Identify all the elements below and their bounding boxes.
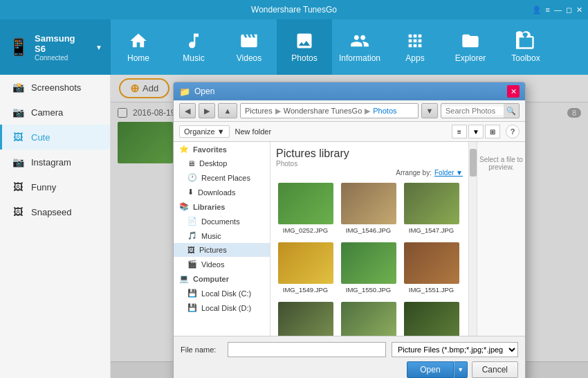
filetype-select[interactable]: Picture Files (*.bmp;*.jpg;*.jpeg: [392, 342, 518, 357]
nav-item-explorer[interactable]: Explorer: [443, 19, 498, 75]
sidebar-music[interactable]: 🎵 Music: [174, 228, 270, 243]
nav-item-photos[interactable]: Photos: [277, 19, 332, 75]
sidebar-local-c[interactable]: 💾 Local Disk (C:): [174, 286, 270, 300]
funny-icon: 🖼: [12, 181, 24, 193]
dialog-scrollbar[interactable]: [468, 142, 477, 336]
dialog-main: Pictures library Photos Arrange by: Fold…: [270, 142, 468, 336]
sidebar-favorites: ⭐ Favorites: [174, 142, 270, 156]
file-item-5[interactable]: IMG_1550.JPG: [339, 240, 398, 296]
window-controls[interactable]: 👤 ≡ — ◻ ✕: [532, 6, 582, 15]
restore-btn[interactable]: ◻: [566, 6, 572, 15]
filename-row: File name: Picture Files (*.bmp;*.jpg;*.…: [181, 342, 518, 357]
nav-item-videos[interactable]: Videos: [221, 19, 277, 75]
nav-item-home[interactable]: Home: [111, 19, 166, 75]
dialog-bottom: File name: Picture Files (*.bmp;*.jpg;*.…: [174, 336, 525, 378]
computer-icon: 💻: [179, 274, 189, 283]
sidebar-item-camera[interactable]: 📷 Camera: [0, 100, 110, 125]
file-name-6: IMG_1551.JPG: [409, 286, 454, 294]
path-segment-3: Photos: [373, 107, 396, 115]
nav-item-music[interactable]: Music: [166, 19, 221, 75]
sidebar-libraries: 📚 Libraries: [174, 199, 270, 214]
search-button[interactable]: 🔍: [504, 103, 519, 118]
sidebar-pictures[interactable]: 🖼 Pictures: [174, 243, 270, 257]
sidebar-local-d[interactable]: 💾 Local Disk (D:): [174, 300, 270, 315]
dialog-close-button[interactable]: ✕: [507, 85, 520, 98]
file-name-5: IMG_1550.JPG: [346, 286, 391, 294]
new-folder-button[interactable]: New folder: [235, 127, 272, 136]
file-item-9[interactable]: IMG_1554.JPG: [402, 300, 461, 336]
sidebar-computer: 💻 Computer: [174, 271, 270, 286]
sidebar-label-snapseed: Snapseed: [31, 207, 72, 217]
arrange-label: Arrange by:: [396, 169, 432, 177]
file-item-6[interactable]: IMG_1551.JPG: [402, 240, 461, 296]
sidebar-item-instagram[interactable]: 📷 Instagram: [0, 150, 110, 174]
scrollbar-thumb[interactable]: [470, 149, 477, 177]
sidebar-item-funny[interactable]: 🖼 Funny: [0, 174, 110, 199]
nav-label-home: Home: [127, 53, 149, 63]
sidebar-desktop[interactable]: 🖥 Desktop: [174, 156, 270, 170]
view-list-button[interactable]: ≡: [452, 125, 467, 138]
organize-arrow: ▼: [217, 127, 225, 136]
sidebar-item-cute[interactable]: 🖼 Cute: [0, 125, 110, 150]
dialog-sidebar: ⭐ Favorites 🖥 Desktop 🕐 Recent Places: [174, 142, 270, 336]
favorites-icon: ⭐: [179, 145, 189, 154]
sidebar-item-screenshots[interactable]: 📸 Screenshots: [0, 75, 110, 100]
path-dropdown[interactable]: ▼: [421, 103, 438, 118]
file-name-3: IMG_1547.JPG: [409, 226, 454, 234]
sidebar-recent-places[interactable]: 🕐 Recent Places: [174, 170, 270, 185]
file-item-3[interactable]: IMG_1547.JPG: [402, 181, 461, 236]
sidebar-videos[interactable]: 🎬 Videos: [174, 257, 270, 271]
path-bar: Pictures ▶ Wondershare TunesGo ▶ Photos: [240, 103, 419, 118]
forward-button[interactable]: ▶: [199, 103, 215, 118]
file-item-2[interactable]: IMG_1546.JPG: [339, 181, 398, 236]
nav-item-apps[interactable]: Apps: [387, 19, 443, 75]
libraries-icon: 📚: [179, 202, 189, 211]
arrange-value[interactable]: Folder ▼: [434, 169, 463, 177]
file-grid: IMG_0252.JPG IMG_1546.JPG IMG_1547.JPG: [276, 181, 463, 336]
cute-icon: 🖼: [12, 131, 24, 143]
search-input[interactable]: [441, 107, 504, 115]
view-dropdown-button[interactable]: ▼: [468, 125, 484, 138]
nav-label-explorer: Explorer: [455, 53, 486, 63]
nav-label-videos: Videos: [237, 53, 261, 63]
nav-item-information[interactable]: Information: [332, 19, 387, 75]
open-button[interactable]: Open: [407, 361, 453, 378]
music-icon: 🎵: [187, 231, 197, 240]
cancel-button[interactable]: Cancel: [472, 361, 518, 378]
file-item-4[interactable]: IMG_1549.JPG: [276, 240, 335, 296]
file-item-8[interactable]: IMG_1553.JPG: [339, 300, 398, 336]
sidebar: 📸 Screenshots 📷 Camera 🖼 Cute 📷 Instagra…: [0, 75, 111, 378]
nav-item-toolbox[interactable]: Toolbox: [498, 19, 553, 75]
menu-icon[interactable]: ≡: [546, 6, 550, 14]
user-icon[interactable]: 👤: [532, 6, 542, 15]
path-segment-2: Wondershare TunesGo: [284, 107, 362, 115]
sidebar-item-snapseed[interactable]: 🖼 Snapseed: [0, 199, 110, 224]
up-button[interactable]: ▲: [218, 103, 237, 118]
app-title: Wondershare TunesGo: [251, 5, 337, 15]
filename-input[interactable]: [228, 342, 386, 357]
file-item-7[interactable]: IMG_1552.JPG: [276, 300, 335, 336]
search-box[interactable]: 🔍: [441, 103, 520, 118]
nav-label-toolbox: Toolbox: [511, 53, 540, 63]
back-button[interactable]: ◀: [179, 103, 196, 118]
title-bar: Wondershare TunesGo 👤 ≡ — ◻ ✕: [0, 0, 588, 19]
camera-icon: 📷: [12, 106, 24, 118]
sidebar-downloads[interactable]: ⬇ Downloads: [174, 185, 270, 199]
device-info[interactable]: 📱 Samsung S6 Connected ▼: [0, 19, 111, 75]
device-dropdown-arrow[interactable]: ▼: [95, 44, 102, 51]
file-item-1[interactable]: IMG_0252.JPG: [276, 181, 335, 236]
view-large-button[interactable]: ⊞: [485, 125, 500, 138]
open-btn-dropdown[interactable]: ▼: [454, 361, 468, 378]
sidebar-documents[interactable]: 📄 Documents: [174, 214, 270, 228]
file-thumb-6: [404, 242, 459, 284]
preview-text: Select a file to preview.: [477, 156, 525, 171]
dialog-sec-toolbar: Organize ▼ New folder ≡ ▼ ⊞ ?: [174, 122, 525, 142]
dialog-title-icon: 📁: [179, 87, 190, 97]
organize-button[interactable]: Organize ▼: [179, 125, 230, 138]
minimize-btn[interactable]: —: [554, 6, 562, 14]
close-btn[interactable]: ✕: [576, 6, 582, 15]
help-button[interactable]: ?: [506, 125, 520, 138]
file-thumb-7: [278, 302, 333, 336]
file-thumb-8: [341, 302, 396, 336]
preview-panel: Select a file to preview.: [477, 142, 525, 336]
